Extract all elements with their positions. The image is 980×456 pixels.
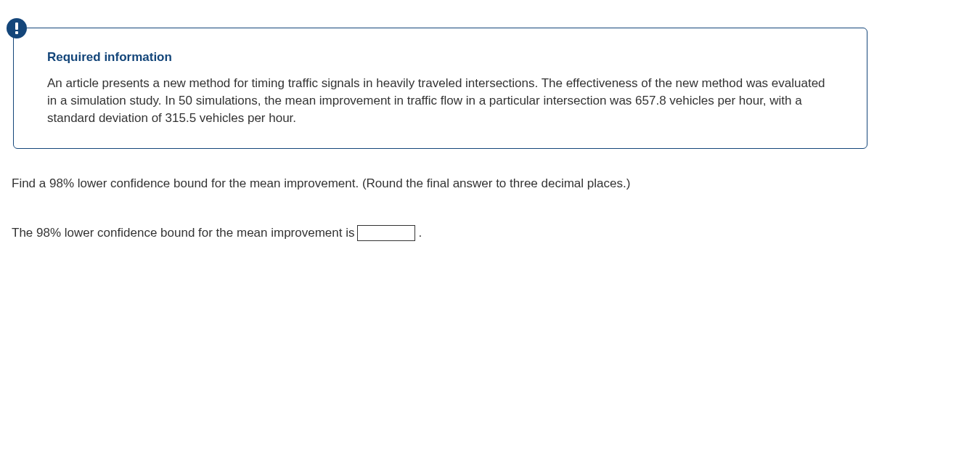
answer-input[interactable] (357, 225, 415, 241)
answer-line: The 98% lower confidence bound for the m… (12, 224, 867, 242)
svg-rect-1 (15, 31, 18, 34)
info-body: An article presents a new method for tim… (47, 75, 838, 126)
info-title: Required information (47, 50, 838, 65)
answer-suffix: . (418, 224, 422, 242)
required-info-box: Required information An article presents… (13, 28, 867, 149)
svg-rect-0 (15, 23, 18, 30)
exclamation-icon (7, 18, 27, 38)
answer-prefix: The 98% lower confidence bound for the m… (12, 224, 354, 242)
question-text: Find a 98% lower confidence bound for th… (12, 175, 867, 192)
